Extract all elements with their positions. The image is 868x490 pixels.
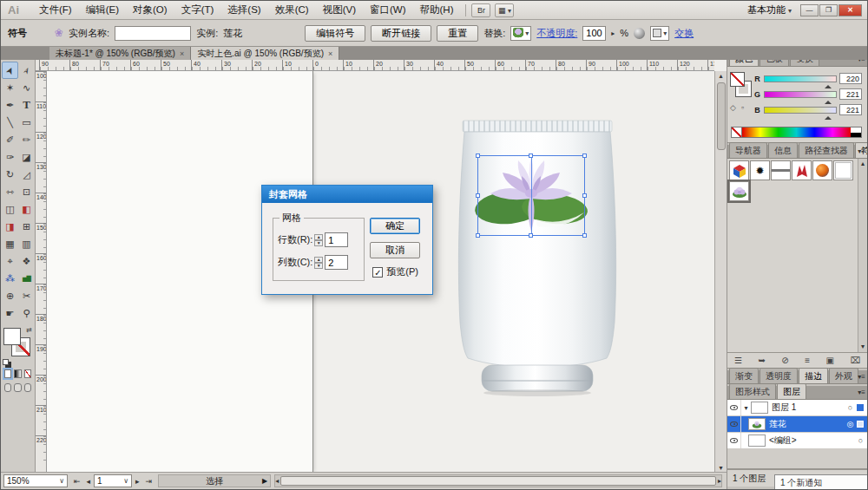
- gradient-mode-button[interactable]: [14, 369, 21, 378]
- symbol-lotus[interactable]: [729, 181, 749, 201]
- layer-thumbnail[interactable]: [748, 418, 766, 430]
- selection-handle[interactable]: [476, 154, 480, 158]
- none-mode-button[interactable]: [24, 369, 31, 378]
- opacity-mask-dropdown[interactable]: ▾: [650, 26, 669, 41]
- expand-triangle-icon[interactable]: ▾: [741, 404, 751, 412]
- selection-handle[interactable]: [476, 193, 480, 198]
- last-artboard-button[interactable]: ⇥: [143, 477, 155, 486]
- menu-item[interactable]: 效果(C): [268, 3, 316, 16]
- layer-row[interactable]: ▾ 图层 1 ○: [727, 400, 867, 416]
- scroll-right-icon[interactable]: ▸: [718, 476, 721, 487]
- arrange-documents-button[interactable]: ▦ ▾: [495, 3, 514, 17]
- zoom-level-select[interactable]: 150%∨: [3, 474, 68, 487]
- selection-handle[interactable]: [529, 233, 533, 238]
- visibility-eye-icon[interactable]: [727, 416, 741, 432]
- panel-tab[interactable]: 透明度: [760, 368, 798, 383]
- default-fill-stroke-icon[interactable]: [3, 359, 9, 365]
- zoom-tool[interactable]: ⚲: [18, 304, 35, 322]
- panel-tab[interactable]: 路径查找器: [799, 142, 854, 158]
- scroll-down-icon[interactable]: ▾: [861, 342, 865, 352]
- panel-tab[interactable]: 外观: [829, 368, 858, 383]
- menu-item[interactable]: 对象(O): [126, 3, 174, 16]
- selection-handle[interactable]: [582, 193, 587, 198]
- color-mode-button[interactable]: [4, 369, 11, 378]
- panel-menu-icon[interactable]: ▾≡: [858, 373, 865, 381]
- magic-wand-tool[interactable]: ✶: [2, 79, 18, 96]
- ok-button[interactable]: 确定: [370, 218, 420, 234]
- tab-close-icon[interactable]: ×: [328, 49, 332, 58]
- draw-behind-button[interactable]: [14, 383, 21, 392]
- target-circle-icon[interactable]: ◎: [844, 420, 857, 428]
- scrollbar-thumb[interactable]: [280, 476, 716, 486]
- menu-item[interactable]: 文字(T): [174, 3, 221, 16]
- rectangle-tool[interactable]: ▭: [18, 114, 35, 131]
- selection-handle[interactable]: [529, 154, 533, 158]
- document-tab[interactable]: 实时上色.ai @ 150% (RGB/预览) ×: [191, 47, 339, 60]
- cancel-button[interactable]: 取消: [370, 242, 420, 258]
- opacity-spinner[interactable]: ▸: [611, 29, 615, 37]
- shape-builder-tool[interactable]: ◫: [2, 200, 18, 218]
- swap-fill-stroke-icon[interactable]: ⇄: [26, 326, 32, 334]
- pen-tool[interactable]: ✒: [2, 96, 18, 114]
- eraser-tool[interactable]: ◪: [18, 148, 35, 166]
- layer-thumbnail[interactable]: [748, 434, 766, 447]
- layer-row[interactable]: 莲花 ◎: [727, 416, 867, 433]
- draw-inside-button[interactable]: [24, 383, 31, 392]
- column-graph-tool[interactable]: ▅▇: [18, 270, 35, 287]
- target-circle-icon[interactable]: ○: [854, 436, 867, 445]
- symbol-red-ribbon[interactable]: [792, 160, 812, 180]
- scroll-left-icon[interactable]: ◂: [275, 476, 279, 487]
- vertical-scrollbar[interactable]: ▴ ▾: [714, 71, 727, 474]
- out-of-gamut-cube-icon[interactable]: ◇: [730, 103, 736, 112]
- menu-item[interactable]: 帮助(H): [413, 3, 461, 16]
- gradient-tool[interactable]: ▥: [18, 235, 35, 252]
- symbols-scrollbar[interactable]: ▴ ▾: [858, 159, 867, 352]
- rotate-tool[interactable]: ↻: [2, 166, 18, 183]
- layer-thumbnail[interactable]: [751, 402, 768, 414]
- rows-input[interactable]: [325, 232, 348, 247]
- visibility-eye-icon[interactable]: [727, 433, 741, 448]
- scrollbar-thumb[interactable]: [717, 82, 726, 150]
- draw-normal-button[interactable]: [4, 383, 11, 392]
- cols-spinner[interactable]: ▲▼: [314, 257, 323, 269]
- selection-tool[interactable]: ➤: [2, 62, 18, 79]
- close-button[interactable]: ✕: [838, 4, 862, 16]
- blend-tool[interactable]: ❖: [18, 252, 35, 270]
- type-tool[interactable]: T: [18, 96, 35, 114]
- symbol-ink-splash[interactable]: ✹: [750, 160, 770, 180]
- live-paint-selection-tool[interactable]: ◨: [2, 218, 18, 235]
- notification-toast[interactable]: 1 个新通知: [774, 474, 868, 490]
- pencil-tool[interactable]: ✏: [18, 131, 35, 148]
- document-tab[interactable]: 未标题-1* @ 150% (RGB/预览) ×: [49, 47, 191, 60]
- break-symbol-link-icon[interactable]: ⊘: [781, 356, 788, 365]
- menu-item[interactable]: 编辑(E): [79, 3, 126, 16]
- black-white-swatches[interactable]: [851, 127, 861, 137]
- color-spectrum[interactable]: [731, 127, 862, 138]
- edit-symbol-button[interactable]: 编辑符号: [305, 25, 365, 42]
- symbol-options-icon[interactable]: ≡: [805, 356, 810, 365]
- slider-thumb[interactable]: [825, 82, 832, 88]
- panel-tab[interactable]: 渐变: [729, 368, 759, 383]
- layer-name[interactable]: <编组>: [769, 434, 854, 447]
- reset-button[interactable]: 重置: [437, 25, 478, 42]
- width-tool[interactable]: ⇿: [2, 183, 18, 200]
- symbol-libraries-icon[interactable]: ☰: [734, 356, 742, 365]
- none-color-swatch[interactable]: [732, 127, 742, 137]
- visibility-eye-icon[interactable]: [727, 400, 741, 415]
- symbol-sphere[interactable]: [812, 160, 832, 180]
- panel-menu-icon[interactable]: ▾≡: [858, 147, 865, 155]
- green-slider[interactable]: [764, 91, 837, 98]
- workspace-switcher[interactable]: 基本功能 ▾: [747, 3, 792, 16]
- live-paint-bucket-tool[interactable]: ◧: [18, 200, 35, 218]
- red-value[interactable]: 220: [839, 73, 862, 84]
- artboard-select[interactable]: 1∨: [94, 474, 132, 487]
- next-artboard-button[interactable]: ▸: [133, 477, 142, 486]
- preview-checkbox[interactable]: ✓ 预览(P): [372, 265, 418, 278]
- symbol-cube[interactable]: [729, 160, 749, 180]
- panel-menu-icon[interactable]: ▾≡: [858, 389, 865, 396]
- mesh-tool[interactable]: ▦: [2, 235, 18, 252]
- selection-color-square[interactable]: [857, 404, 864, 411]
- hand-tool[interactable]: ☛: [2, 304, 18, 322]
- selection-handle[interactable]: [476, 233, 480, 238]
- status-readout[interactable]: 选择▶: [158, 474, 271, 487]
